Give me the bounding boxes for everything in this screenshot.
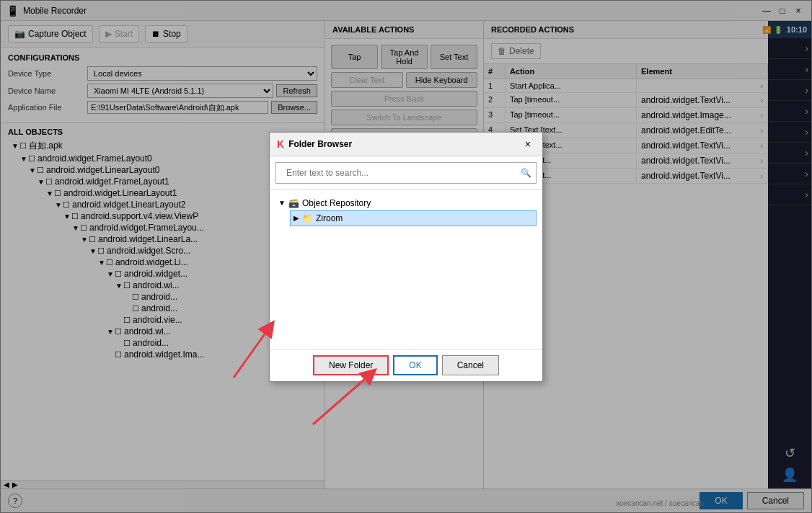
modal-title: K Folder Browser <box>277 138 352 150</box>
svg-line-3 <box>313 374 371 424</box>
expand-toggle-icon: ▼ <box>278 199 286 207</box>
search-icon: 🔍 <box>521 168 531 178</box>
modal-footer: New Folder OK Cancel <box>270 349 542 381</box>
modal-tree: ▼ 🗃️ Object Repository ▶ 📁 Ziroom <box>270 190 542 349</box>
folder-ziroom-icon: 📁 <box>302 213 313 223</box>
new-folder-button[interactable]: New Folder <box>313 355 389 375</box>
folder-browser-modal: K Folder Browser × 🔍 ▼ 🗃️ Object Reposit… <box>269 132 543 382</box>
expand-toggle-ziroom-icon: ▶ <box>294 214 299 222</box>
svg-line-1 <box>234 327 270 378</box>
object-repository-label: Object Repository <box>302 198 371 208</box>
folder-repo-icon: 🗃️ <box>288 198 299 208</box>
object-repository-item[interactable]: ▼ 🗃️ Object Repository <box>275 196 537 210</box>
modal-search: 🔍 <box>270 156 542 190</box>
modal-close-button[interactable]: × <box>521 137 535 151</box>
ziroom-label: Ziroom <box>316 213 343 223</box>
ziroom-folder-item[interactable]: ▶ 📁 Ziroom <box>290 210 537 226</box>
folder-search-input[interactable] <box>281 165 521 181</box>
modal-overlay: K Folder Browser × 🔍 ▼ 🗃️ Object Reposit… <box>0 0 812 513</box>
modal-title-bar: K Folder Browser × <box>270 133 542 156</box>
katalon-icon: K <box>277 138 284 150</box>
modal-ok-button[interactable]: OK <box>393 355 437 375</box>
modal-cancel-button[interactable]: Cancel <box>442 355 499 375</box>
